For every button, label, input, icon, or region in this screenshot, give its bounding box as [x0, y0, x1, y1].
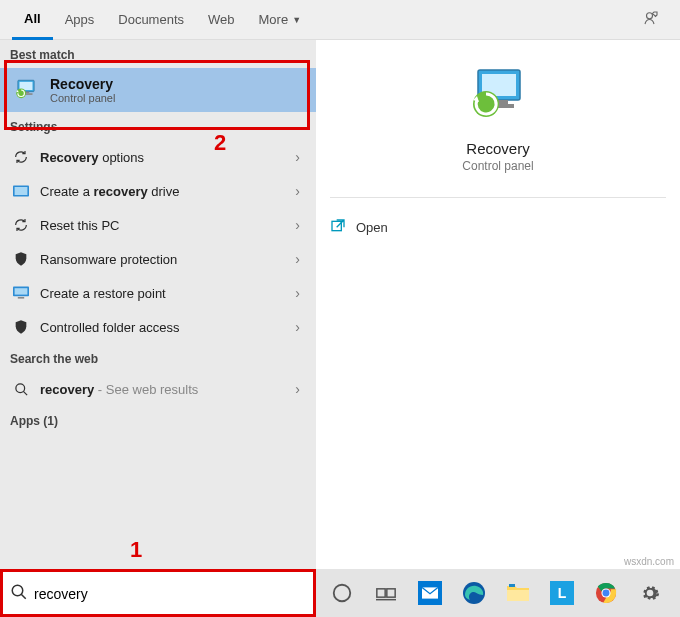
best-match-item[interactable]: Recovery Control panel	[0, 68, 316, 112]
settings-item-reset-pc[interactable]: Reset this PC ›	[0, 208, 316, 242]
recovery-icon	[12, 76, 40, 104]
section-settings: Settings	[0, 112, 316, 140]
settings-item-recovery-options[interactable]: Recovery options ›	[0, 140, 316, 174]
svg-rect-7	[15, 187, 28, 195]
search-results-main: Best match Recovery Control panel Settin…	[0, 40, 680, 570]
mail-icon[interactable]	[412, 575, 448, 611]
tab-all[interactable]: All	[12, 0, 53, 40]
chevron-right-icon: ›	[295, 319, 306, 335]
task-view-icon[interactable]	[368, 575, 404, 611]
chevron-right-icon: ›	[295, 285, 306, 301]
svg-point-19	[12, 585, 23, 596]
annotation-number-1: 1	[130, 537, 142, 563]
chevron-right-icon: ›	[295, 183, 306, 199]
search-filter-tabs: All Apps Documents Web More ▼	[0, 0, 680, 40]
svg-rect-27	[507, 590, 529, 601]
recovery-large-icon	[466, 64, 530, 128]
edge-icon[interactable]	[456, 575, 492, 611]
results-left-pane: Best match Recovery Control panel Settin…	[0, 40, 316, 570]
svg-point-21	[334, 585, 351, 602]
tab-web[interactable]: Web	[196, 0, 247, 40]
open-label: Open	[356, 220, 388, 235]
chevron-down-icon: ▼	[292, 15, 301, 25]
svg-line-20	[21, 594, 26, 599]
preview-subtitle: Control panel	[316, 159, 680, 173]
svg-point-11	[15, 383, 24, 392]
preview-title: Recovery	[316, 140, 680, 157]
chevron-right-icon: ›	[295, 217, 306, 233]
tab-more-label: More	[259, 12, 289, 27]
row-label: Create a recovery drive	[40, 184, 295, 199]
svg-point-31	[603, 590, 610, 597]
row-label: Ransomware protection	[40, 252, 295, 267]
settings-item-ransomware[interactable]: Ransomware protection ›	[0, 242, 316, 276]
watermark: wsxdn.com	[624, 556, 674, 567]
search-icon	[10, 382, 32, 397]
chevron-right-icon: ›	[295, 251, 306, 267]
svg-point-0	[647, 13, 653, 19]
tab-more[interactable]: More ▼	[247, 0, 314, 40]
drive-icon	[10, 185, 32, 197]
row-label: Controlled folder access	[40, 320, 295, 335]
settings-item-restore-point[interactable]: Create a restore point ›	[0, 276, 316, 310]
settings-item-folder-access[interactable]: Controlled folder access ›	[0, 310, 316, 344]
taskbar: L	[316, 569, 680, 617]
section-best-match: Best match	[0, 40, 316, 68]
svg-rect-22	[377, 589, 385, 597]
chrome-icon[interactable]	[588, 575, 624, 611]
sync-icon	[10, 149, 32, 165]
section-apps-count: Apps (1)	[0, 406, 316, 434]
best-match-subtitle: Control panel	[50, 92, 115, 104]
search-bar[interactable]	[0, 569, 316, 617]
best-match-text: Recovery Control panel	[50, 76, 115, 104]
tab-documents[interactable]: Documents	[106, 0, 196, 40]
shield-icon	[10, 251, 32, 267]
row-label: Recovery options	[40, 150, 295, 165]
app-l-icon[interactable]: L	[544, 575, 580, 611]
svg-rect-18	[332, 221, 341, 230]
chevron-right-icon: ›	[295, 149, 306, 165]
svg-rect-28	[509, 584, 515, 587]
web-result-row[interactable]: recovery - See web results ›	[0, 372, 316, 406]
settings-item-recovery-drive[interactable]: Create a recovery drive ›	[0, 174, 316, 208]
shield-icon	[10, 319, 32, 335]
cortana-icon[interactable]	[324, 575, 360, 611]
svg-rect-10	[18, 297, 24, 299]
feedback-icon[interactable]	[634, 9, 668, 30]
search-input[interactable]	[34, 586, 306, 602]
row-label: Create a restore point	[40, 286, 295, 301]
row-label: Reset this PC	[40, 218, 295, 233]
annotation-number-2: 2	[214, 130, 226, 156]
row-label: recovery - See web results	[40, 382, 295, 397]
svg-rect-9	[15, 288, 28, 294]
explorer-icon[interactable]	[500, 575, 536, 611]
monitor-icon	[10, 286, 32, 300]
tab-apps[interactable]: Apps	[53, 0, 107, 40]
svg-line-12	[23, 391, 27, 395]
best-match-title: Recovery	[50, 76, 115, 92]
sync-icon	[10, 217, 32, 233]
search-icon	[10, 583, 28, 604]
open-action[interactable]: Open	[330, 212, 666, 243]
chevron-right-icon: ›	[295, 381, 306, 397]
svg-rect-23	[387, 589, 395, 597]
preview-right-pane: Recovery Control panel Open	[316, 40, 680, 570]
settings-icon[interactable]	[632, 575, 668, 611]
open-icon	[330, 218, 346, 237]
section-search-web: Search the web	[0, 344, 316, 372]
